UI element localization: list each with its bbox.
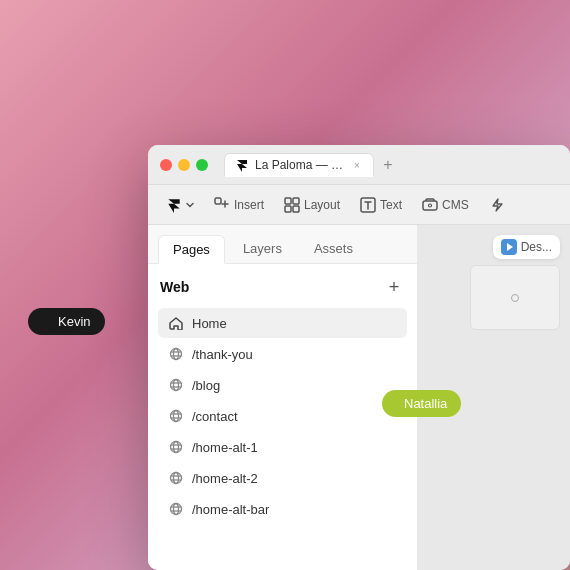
svg-point-15 bbox=[174, 380, 179, 391]
kevin-cursor-bubble: Kevin bbox=[28, 308, 105, 335]
page-label-blog: /blog bbox=[192, 378, 220, 393]
globe-icon-2 bbox=[168, 377, 184, 393]
insert-button[interactable]: Insert bbox=[206, 193, 272, 217]
page-item-home[interactable]: Home bbox=[158, 308, 407, 338]
layout-button[interactable]: Layout bbox=[276, 193, 348, 217]
page-item-blog[interactable]: /blog bbox=[158, 370, 407, 400]
framer-logo-button[interactable] bbox=[158, 193, 202, 217]
globe-icon-6 bbox=[168, 501, 184, 517]
svg-rect-0 bbox=[215, 198, 221, 204]
page-label-home-alt-2: /home-alt-2 bbox=[192, 471, 258, 486]
cms-label: CMS bbox=[442, 198, 469, 212]
page-item-contact[interactable]: /contact bbox=[158, 401, 407, 431]
svg-point-26 bbox=[171, 473, 182, 484]
svg-point-22 bbox=[171, 442, 182, 453]
natallia-arrow-icon bbox=[391, 398, 404, 410]
svg-rect-4 bbox=[293, 198, 299, 204]
design-panel-icon bbox=[501, 239, 517, 255]
framer-tab-icon bbox=[235, 158, 249, 172]
svg-point-23 bbox=[174, 442, 179, 453]
svg-rect-6 bbox=[293, 206, 299, 212]
page-label-home-alt-1: /home-alt-1 bbox=[192, 440, 258, 455]
svg-point-30 bbox=[171, 504, 182, 515]
insert-label: Insert bbox=[234, 198, 264, 212]
title-bar: La Paloma — Fram. × + bbox=[148, 145, 570, 185]
frame-inner bbox=[471, 266, 559, 329]
svg-marker-34 bbox=[507, 243, 513, 251]
page-item-home-alt-bar[interactable]: /home-alt-bar bbox=[158, 494, 407, 524]
text-label: Text bbox=[380, 198, 402, 212]
svg-point-11 bbox=[174, 349, 179, 360]
layout-label: Layout bbox=[304, 198, 340, 212]
power-button[interactable] bbox=[481, 193, 513, 217]
close-button[interactable] bbox=[160, 159, 172, 171]
svg-point-27 bbox=[174, 473, 179, 484]
natallia-cursor-bubble: Natallia bbox=[382, 390, 461, 417]
frame-preview bbox=[470, 265, 560, 330]
home-icon bbox=[168, 315, 184, 331]
tab-pages[interactable]: Pages bbox=[158, 235, 225, 264]
framer-logo-icon bbox=[166, 197, 182, 213]
tab-title: La Paloma — Fram. bbox=[255, 158, 345, 172]
kevin-label: Kevin bbox=[58, 314, 91, 329]
svg-point-9 bbox=[429, 204, 432, 207]
section-header: Web + bbox=[158, 274, 407, 300]
page-item-thank-you[interactable]: /thank-you bbox=[158, 339, 407, 369]
add-page-button[interactable]: + bbox=[383, 276, 405, 298]
chevron-down-icon bbox=[186, 201, 194, 209]
globe-icon-3 bbox=[168, 408, 184, 424]
svg-point-19 bbox=[174, 411, 179, 422]
tab-assets[interactable]: Assets bbox=[300, 235, 367, 263]
text-button[interactable]: Text bbox=[352, 193, 410, 217]
globe-icon-4 bbox=[168, 439, 184, 455]
section-title: Web bbox=[160, 279, 189, 295]
main-content: Pages Layers Assets Web + Home bbox=[148, 225, 570, 570]
app-window: La Paloma — Fram. × + bbox=[148, 145, 570, 570]
cms-icon bbox=[422, 197, 438, 213]
tab-close-button[interactable]: × bbox=[351, 159, 363, 171]
bolt-icon bbox=[489, 197, 505, 213]
panel-tabs: Pages Layers Assets bbox=[148, 225, 417, 264]
svg-point-10 bbox=[171, 349, 182, 360]
layout-icon bbox=[284, 197, 300, 213]
svg-point-14 bbox=[171, 380, 182, 391]
maximize-button[interactable] bbox=[196, 159, 208, 171]
cms-button[interactable]: CMS bbox=[414, 193, 477, 217]
natallia-label: Natallia bbox=[404, 396, 447, 411]
page-label-home-alt-bar: /home-alt-bar bbox=[192, 502, 269, 517]
page-label-home: Home bbox=[192, 316, 227, 331]
frame-dot bbox=[511, 294, 519, 302]
svg-rect-5 bbox=[285, 206, 291, 212]
design-label: Des... bbox=[521, 240, 552, 254]
new-tab-button[interactable]: + bbox=[378, 155, 398, 175]
svg-rect-3 bbox=[285, 198, 291, 204]
tab-section: La Paloma — Fram. × + bbox=[224, 153, 558, 176]
tab-layers[interactable]: Layers bbox=[229, 235, 296, 263]
toolbar: Insert Layout Text bbox=[148, 185, 570, 225]
page-item-home-alt-2[interactable]: /home-alt-2 bbox=[158, 463, 407, 493]
svg-rect-8 bbox=[423, 201, 437, 210]
globe-icon-5 bbox=[168, 470, 184, 486]
page-label-contact: /contact bbox=[192, 409, 238, 424]
cursor-arrow-icon bbox=[40, 314, 55, 329]
pages-section: Web + Home bbox=[148, 264, 417, 570]
left-panel: Pages Layers Assets Web + Home bbox=[148, 225, 418, 570]
page-label-thank-you: /thank-you bbox=[192, 347, 253, 362]
page-item-home-alt-1[interactable]: /home-alt-1 bbox=[158, 432, 407, 462]
minimize-button[interactable] bbox=[178, 159, 190, 171]
text-icon bbox=[360, 197, 376, 213]
svg-point-18 bbox=[171, 411, 182, 422]
svg-point-31 bbox=[174, 504, 179, 515]
globe-icon-1 bbox=[168, 346, 184, 362]
design-panel-badge[interactable]: Des... bbox=[493, 235, 560, 259]
insert-icon bbox=[214, 197, 230, 213]
active-tab[interactable]: La Paloma — Fram. × bbox=[224, 153, 374, 177]
